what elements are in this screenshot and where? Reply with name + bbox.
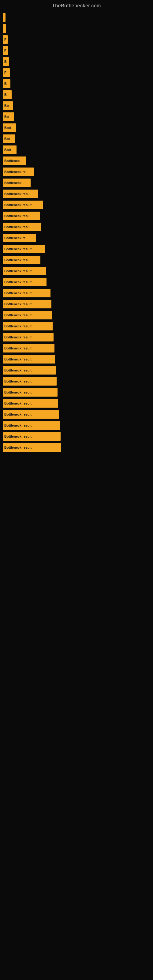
bar-label: Bottleneck result [4, 423, 32, 427]
result-bar: Bottleneck result [3, 421, 60, 430]
bar-label: Bo [4, 115, 9, 119]
bar-row: B [3, 90, 153, 99]
result-bar: Bottleneck resu [3, 256, 40, 264]
bar-label: Bottleneck result [4, 412, 32, 416]
result-bar: Bottleneck result [3, 355, 55, 364]
result-bar: Bottleneck result [3, 399, 58, 407]
bar-label: B [4, 82, 7, 86]
result-bar: Bott [3, 145, 16, 154]
result-bar: Bottleneck result [3, 443, 61, 452]
site-title: TheBottlenecker.com [0, 0, 153, 10]
bar-row: Bottleneck result [3, 443, 153, 452]
bar-row: Bottleneck result [3, 245, 153, 253]
bar-label: Bottleneck re [4, 170, 26, 173]
bar-row: Bottlenec [3, 156, 153, 165]
result-bar: F [3, 35, 8, 44]
bar-label: Bottleneck result [4, 434, 32, 438]
bar-row: Bottleneck result [3, 399, 153, 407]
result-bar: Bottleneck result [3, 410, 59, 418]
bar-row: Bottleneck result [3, 355, 153, 364]
result-bar: Bottleneck re [3, 167, 33, 176]
bar-label: Bottleneck re [4, 236, 26, 240]
bar-label: Bottlenec [4, 159, 19, 162]
bar-row: Bottleneck result [3, 410, 153, 418]
bar-row: Bottleneck result [3, 344, 153, 353]
result-bar: Bottleneck re [3, 234, 36, 242]
bar-label: Bottleneck result [4, 291, 32, 295]
result-bar: Bottleneck resu [3, 212, 40, 220]
bar-row: Bottleneck result [3, 267, 153, 275]
result-bar: Bo [3, 112, 14, 121]
bar-label: Bottleneck result [4, 401, 32, 405]
bar-label: Bottleneck result [4, 324, 32, 328]
bar-label: Bottleneck result [4, 313, 32, 317]
bar-row: Bottleneck result [3, 311, 153, 320]
bar-label: Bottleneck result [4, 346, 32, 350]
bar-row: Bottleneck resu [3, 256, 153, 264]
result-bar: Bottleneck result [3, 300, 51, 309]
bar-row: Bottleneck result [3, 388, 153, 396]
bar-row: Bottleneck result [3, 278, 153, 286]
bar-row: Bo [3, 101, 153, 110]
bar-label: B [4, 93, 7, 97]
bar-row: F [3, 35, 153, 44]
result-bar: Bottleneck resu [3, 189, 38, 198]
bar-label: Bottleneck result [4, 445, 32, 449]
bar-label: Bot [4, 137, 10, 140]
result-bar: Bottleneck result [3, 322, 53, 331]
bar-label: Bottleneck resu [4, 214, 30, 218]
result-bar: F [3, 68, 10, 77]
bar-row: F [3, 68, 153, 77]
result-bar: Bott [3, 123, 16, 132]
bar-row: B [3, 79, 153, 88]
result-bar: B [3, 79, 10, 88]
bar-label: Bottleneck result [4, 335, 32, 339]
result-bar: B [3, 57, 9, 66]
bar-row: Bottleneck resu [3, 212, 153, 220]
bar-label: Bottleneck result [4, 368, 32, 372]
result-bar: Bottleneck result [3, 267, 46, 275]
result-bar: Bottleneck result [3, 311, 52, 320]
bar-label: Bottleneck result [4, 302, 32, 306]
result-bar: Bottleneck result [3, 200, 43, 209]
result-bar: Bottleneck result [3, 278, 46, 286]
bar-label: Bottleneck result [4, 203, 32, 207]
result-bar: Bottleneck result [3, 432, 61, 441]
bar-row [3, 24, 153, 33]
bar-label: Bottleneck result [4, 390, 32, 394]
bar-label: Bo [4, 104, 9, 108]
result-bar: Bottleneck resul [3, 223, 41, 231]
result-bar [3, 24, 6, 33]
bar-row: Bottleneck result [3, 432, 153, 441]
bar-label: F [4, 49, 6, 52]
bar-label: Bottleneck resu [4, 258, 30, 262]
bar-label: F [4, 38, 6, 41]
bar-label: Bottleneck result [4, 357, 32, 361]
bar-label: B [4, 60, 7, 64]
bar-row: Bottleneck result [3, 421, 153, 430]
result-bar: Bottleneck result [3, 377, 57, 385]
bar-row: Bottleneck [3, 178, 153, 187]
bar-row: Bottleneck result [3, 289, 153, 298]
result-bar: Bot [3, 134, 15, 143]
bar-row: Bottleneck re [3, 234, 153, 242]
result-bar: Bottleneck [3, 178, 30, 187]
bar-row: Bot [3, 134, 153, 143]
bar-row: Bottleneck result [3, 200, 153, 209]
result-bar: Bottleneck result [3, 245, 45, 253]
bar-row: Bo [3, 112, 153, 121]
bar-label: Bottleneck result [4, 247, 32, 251]
bar-row: Bottleneck result [3, 366, 153, 375]
result-bar: Bottlenec [3, 156, 26, 165]
bar-row [3, 13, 153, 22]
bar-row: B [3, 57, 153, 66]
bar-label: Bottleneck result [4, 379, 32, 383]
bar-row: Bottleneck result [3, 300, 153, 309]
result-bar: Bottleneck result [3, 388, 57, 396]
bar-row: Bottleneck result [3, 333, 153, 342]
bar-label: Bott [4, 126, 11, 130]
bar-label: Bottleneck resul [4, 225, 30, 229]
result-bar: F [3, 46, 8, 55]
result-bar: B [3, 90, 12, 99]
bar-label: Bottleneck [4, 181, 21, 185]
